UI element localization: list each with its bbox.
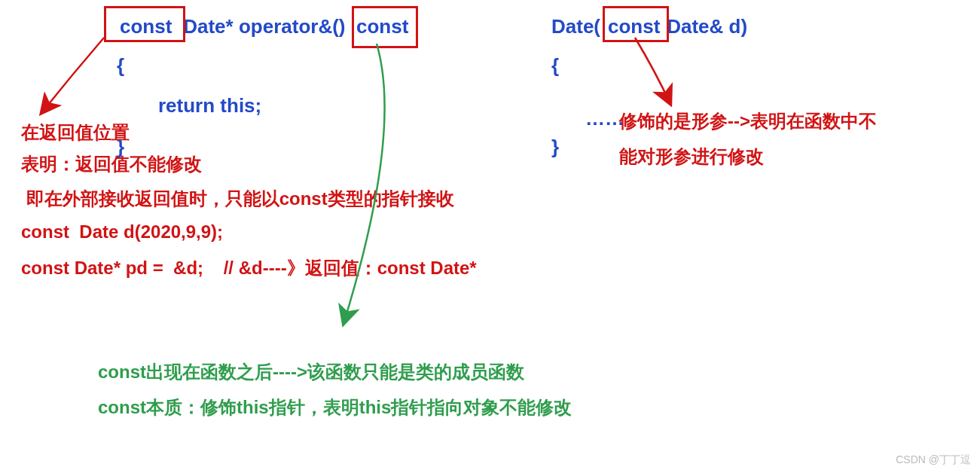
anno-green-1: const出现在函数之后---->该函数只能是类的成员函数 (98, 360, 524, 384)
box-param-const (603, 6, 669, 42)
code-right-date-param: Date& d) (661, 15, 747, 38)
code-left-sig: Date* operator&() (178, 15, 345, 38)
code-right-date-open: Date( (551, 15, 600, 38)
anno-right-1: 修饰的是形参-->表明在函数中不 (619, 109, 877, 133)
code-left-brace-open: { (117, 54, 124, 78)
anno-left-1: 在返回值位置 (21, 121, 130, 145)
box-return-const (104, 6, 185, 42)
code-right-brace-close: } (551, 136, 559, 159)
anno-green-2: const本质：修饰this指针，表明this指针指向对象不能修改 (98, 395, 572, 420)
anno-left-3: 即在外部接收返回值时，只能以const类型的指针接收 (21, 187, 454, 211)
anno-left-2: 表明：返回值不能修改 (21, 152, 202, 176)
code-left-return: return this; (158, 94, 261, 117)
code-right-brace-open: { (551, 54, 559, 78)
anno-left-4: const Date d(2020,9,9); (21, 221, 223, 243)
anno-right-2: 能对形参进行修改 (619, 145, 764, 169)
watermark: CSDN @丁丁逗 (896, 453, 971, 467)
anno-left-5: const Date* pd = &d; // &d----》返回值：const… (21, 256, 477, 280)
box-trailing-const (352, 6, 418, 48)
